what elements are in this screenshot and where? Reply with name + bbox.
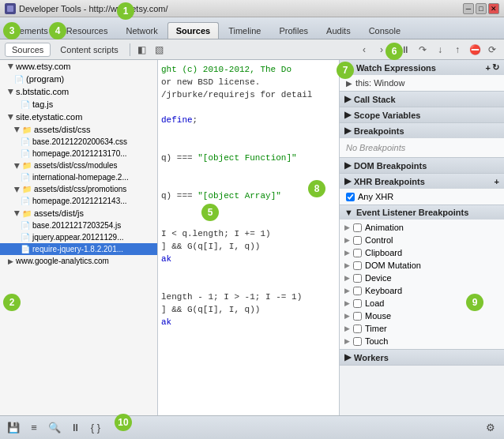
any-xhr-checkbox[interactable] [346,193,355,201]
tree-item-etystatic[interactable]: ▶ site.etystatic.com [0,111,157,123]
tab-elements[interactable]: Elements [3,22,57,39]
add-xhr-icon[interactable]: + [495,177,499,186]
refresh-watch-icon[interactable]: ↻ [492,62,499,73]
pause-button[interactable]: ⏸ [66,419,84,437]
tree-label: base.20121217203254.js [32,221,121,230]
file-panel[interactable]: ▶ www.etsy.com 📄 (program) ▶ s.btstatic.… [0,60,158,415]
tree-item-base-css[interactable]: 📄 base.20121220200634.css [0,136,157,148]
listener-animation[interactable]: ▶ Animation [340,221,504,234]
pretty-print-button[interactable]: ≡ [25,419,43,437]
tree-item-tagjs[interactable]: 📄 tag.js [0,98,157,111]
breakpoints-header[interactable]: ▶ Breakpoints [340,123,504,138]
any-xhr-label: Any XHR [358,192,393,201]
listener-dom-mutation[interactable]: ▶ DOM Mutation [340,259,504,272]
code-line [161,278,336,291]
dom-breakpoints-header[interactable]: ▶ DOM Breakpoints [340,158,504,173]
tree-item-homepage-css[interactable]: 📄 homepage.20121213170... [0,148,157,159]
call-stack-header[interactable]: ▶ Call Stack [340,92,504,107]
event-listener-header[interactable]: ▼ Event Listener Breakpoints [340,205,504,220]
tab-console[interactable]: Console [360,22,409,39]
control-checkbox[interactable] [353,236,362,245]
right-arrow-icon[interactable]: › [374,43,389,57]
listener-control[interactable]: ▶ Control [340,234,504,246]
step-over-icon[interactable]: ↷ [416,43,430,57]
tree-item-require-jquery[interactable]: 📄 require-jquery-1.8.2.201... [0,243,157,255]
tab-network[interactable]: Network [117,22,166,39]
tree-item-btstatic[interactable]: ▶ s.btstatic.com [0,85,157,98]
watch-expressions-header[interactable]: ▼ Watch Expressions + ↻ [340,60,504,75]
listener-load[interactable]: ▶ Load [340,297,504,310]
tab-audits[interactable]: Audits [318,22,359,39]
listener-timer[interactable]: ▶ Timer [340,322,504,335]
maximize-button[interactable]: □ [476,3,487,14]
async-icon[interactable]: ⟳ [485,43,499,57]
tab-resources[interactable]: Resources [58,22,117,39]
pause-debugger-icon[interactable]: ⏸ [398,43,412,57]
folder-icon: 📁 [22,161,32,170]
scope-variables-header[interactable]: ▶ Scope Variables [340,107,504,122]
step-into-icon[interactable]: ↓ [433,43,447,57]
device-checkbox[interactable] [353,274,362,283]
tab-profiles[interactable]: Profiles [270,22,317,39]
code-panel[interactable]: ght (c) 2010-2012, The Do or new BSD lic… [158,60,340,415]
deactivate-icon[interactable]: ⛔ [468,43,482,57]
timer-checkbox[interactable] [353,325,362,333]
tree-item-css-folder[interactable]: ▶ 📁 assets/dist/css [0,123,157,136]
tree-item-google[interactable]: ▶ www.google-analytics.com [0,255,157,267]
tab-timeline[interactable]: Timeline [220,22,269,39]
workers-header[interactable]: ▶ Workers [340,350,504,365]
xhr-breakpoints-header[interactable]: ▶ XHR Breakpoints + [340,174,504,189]
split-icon[interactable]: ▧ [152,43,167,57]
arrow-icon: ▶ [13,211,21,216]
listener-keyboard[interactable]: ▶ Keyboard [340,284,504,297]
watch-add-buttons[interactable]: + ↻ [486,62,499,73]
listener-label: Timer [365,324,387,333]
tree-item-program[interactable]: 📄 (program) [0,73,157,85]
dom-mutation-checkbox[interactable] [353,261,362,270]
tree-item-etsy[interactable]: ▶ www.etsy.com [0,60,157,73]
collapse-icon[interactable]: ◧ [135,43,149,57]
clipboard-checkbox[interactable] [353,249,362,257]
sub-nav: Sources Content scripts ◧ ▧ ‹ › ⏸ ↷ ↓ ↑ … [0,39,504,60]
keyboard-checkbox[interactable] [353,287,362,295]
main-nav: Elements Resources Network Sources Timel… [0,17,504,39]
tree-item-modules-folder[interactable]: ▶ 📁 assets/dist/css/modules [0,159,157,171]
braces-button[interactable]: { } [87,419,104,437]
step-out-icon[interactable]: ↑ [450,43,465,57]
tab-sources[interactable]: Sources [167,22,219,39]
sub-tab-content-scripts[interactable]: Content scripts [54,43,124,56]
watch-expressions-section: ▼ Watch Expressions + ↻ ▶ this: Window [340,60,504,92]
close-button[interactable]: ✕ [488,3,499,14]
listener-device[interactable]: ▶ Device [340,272,504,284]
touch-checkbox[interactable] [353,337,362,346]
add-watch-icon[interactable]: + [486,63,491,73]
search-button[interactable]: 🔍 [46,419,63,437]
load-checkbox[interactable] [353,299,362,308]
xhr-breakpoints-section: ▶ XHR Breakpoints + Any XHR [340,174,504,205]
listener-clipboard[interactable]: ▶ Clipboard [340,246,504,259]
tree-item-js-folder[interactable]: ▶ 📁 assets/dist/js [0,207,157,220]
tree-item-promo-css[interactable]: 📄 homepage.20121212143... [0,195,157,207]
code-line: length - 1; I > -1; I -= 1) [161,291,336,303]
listener-label: Touch [365,336,388,346]
tree-label: site.etystatic.com [16,112,82,122]
arrow-icon: ▶ [13,163,21,168]
tree-label: homepage.20121212143... [32,197,127,205]
settings-button[interactable]: ⚙ [482,419,499,437]
save-button[interactable]: 💾 [5,419,22,437]
listener-mouse[interactable]: ▶ Mouse [340,310,504,322]
tree-item-intl-css[interactable]: 📄 international-homepage.2... [0,171,157,183]
title-bar: Developer Tools - http://www.etsy.com/ ─… [0,0,504,17]
folder-icon: 📁 [22,126,32,134]
listener-touch[interactable]: ▶ Touch [340,335,504,347]
sub-tab-sources[interactable]: Sources [5,43,51,57]
tree-item-promo-folder[interactable]: ▶ 📁 assets/dist/css/promotions [0,183,157,195]
tree-item-jquery-appear[interactable]: 📄 jquery.appear.20121129... [0,231,157,243]
minimize-button[interactable]: ─ [463,3,474,14]
tree-item-base-js[interactable]: 📄 base.20121217203254.js [0,220,157,231]
xhr-add-button[interactable]: + [495,177,499,186]
any-xhr-item[interactable]: Any XHR [340,190,504,203]
mouse-checkbox[interactable] [353,312,362,321]
animation-checkbox[interactable] [353,223,362,232]
left-arrow-icon[interactable]: ‹ [357,43,371,57]
